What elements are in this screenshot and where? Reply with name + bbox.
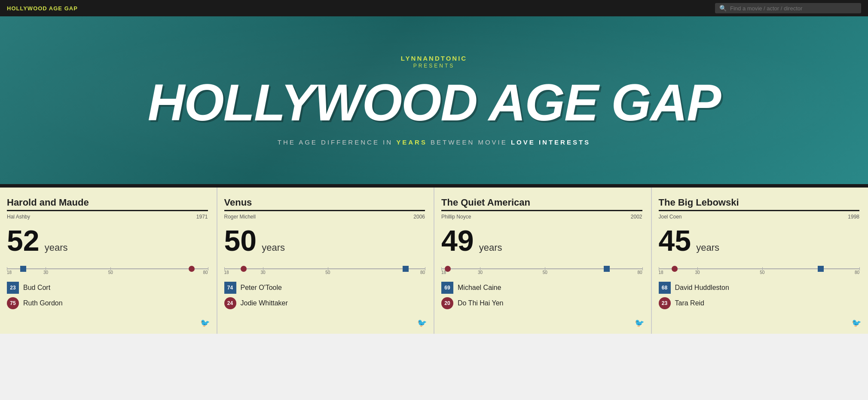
- actor1-row: 69 Michael Caine: [441, 282, 642, 294]
- timeline-label-80: 80: [203, 270, 208, 275]
- actor2-row: 24 Jodie Whittaker: [224, 297, 425, 309]
- tick-80: [425, 267, 425, 271]
- card-years-label: years: [259, 242, 285, 253]
- card-meta: Roger Michell 2006: [224, 214, 425, 220]
- timeline-label-30: 30: [43, 270, 48, 275]
- timeline: 18 30 50 80: [224, 263, 425, 275]
- card-year: 2002: [631, 214, 642, 220]
- actor2-row: 20 Do Thi Hai Yen: [441, 297, 642, 309]
- section-divider: [0, 184, 868, 188]
- card-year: 2006: [413, 214, 425, 220]
- card-year: 1998: [848, 214, 859, 220]
- subtitle-love: LOVE INTERESTS: [511, 138, 590, 146]
- timeline-label-30: 30: [260, 270, 265, 275]
- movie-card: The Quiet American Phillip Noyce 2002 49…: [434, 188, 652, 334]
- actor1-row: 68 David Huddleston: [659, 282, 860, 294]
- twitter-icon[interactable]: 🐦: [635, 318, 644, 328]
- card-year: 1971: [196, 214, 208, 220]
- timeline: 18 30 50 80: [7, 263, 208, 275]
- timeline-track: [441, 268, 642, 269]
- card-meta: Hal Ashby 1971: [7, 214, 208, 220]
- card-years-big: 45: [659, 224, 691, 257]
- actor2-badge: 75: [7, 297, 19, 309]
- actor2-name: Do Thi Hai Yen: [458, 299, 503, 307]
- card-meta: Joel Coen 1998: [659, 214, 860, 220]
- actor1-name: Peter O'Toole: [241, 284, 282, 292]
- actor1-name: David Huddleston: [675, 284, 729, 292]
- card-years-row: 50 years: [224, 226, 425, 255]
- actor1-name: Michael Caine: [458, 284, 501, 292]
- actor2-name: Tara Reid: [675, 299, 704, 307]
- card-director: Phillip Noyce: [441, 214, 471, 220]
- subtitle-years: YEARS: [396, 138, 431, 146]
- actor1-badge: 68: [659, 282, 671, 294]
- timeline-label-18: 18: [441, 270, 446, 275]
- timeline-labels: 18 30 50 80: [659, 270, 860, 275]
- card-years-row: 49 years: [441, 226, 642, 255]
- actor1-row: 74 Peter O'Toole: [224, 282, 425, 294]
- twitter-icon[interactable]: 🐦: [852, 318, 861, 328]
- actor2-name: Jodie Whittaker: [241, 299, 288, 307]
- hero-subtitle: THE AGE DIFFERENCE IN YEARS BETWEEN MOVI…: [278, 138, 590, 146]
- movie-card: Harold and Maude Hal Ashby 1971 52 years…: [0, 188, 217, 334]
- card-divider: [659, 210, 860, 211]
- timeline-label-18: 18: [224, 270, 229, 275]
- timeline-labels: 18 30 50 80: [441, 270, 642, 275]
- card-director: Roger Michell: [224, 214, 256, 220]
- navbar: HOLLYWOOD AGE GAP 🔍: [0, 0, 868, 16]
- card-years-label: years: [694, 242, 719, 253]
- card-title: The Quiet American: [441, 197, 642, 208]
- card-meta: Phillip Noyce 2002: [441, 214, 642, 220]
- search-input[interactable]: [730, 5, 857, 12]
- subtitle-mid: BETWEEN MOVIE: [431, 138, 511, 146]
- card-title: Venus: [224, 197, 425, 208]
- timeline-label-50: 50: [760, 270, 764, 275]
- hero-presenter: LYNNANDTONIC: [401, 55, 467, 62]
- timeline-label-18: 18: [7, 270, 12, 275]
- card-divider: [441, 210, 642, 211]
- navbar-title: HOLLYWOOD AGE GAP: [7, 5, 78, 12]
- actor1-badge: 74: [224, 282, 236, 294]
- actor2-badge: 24: [224, 297, 236, 309]
- timeline-label-50: 50: [325, 270, 330, 275]
- twitter-icon[interactable]: 🐦: [200, 318, 210, 328]
- actor1-badge: 23: [7, 282, 19, 294]
- timeline-label-80: 80: [637, 270, 642, 275]
- card-divider: [224, 210, 425, 211]
- timeline-labels: 18 30 50 80: [7, 270, 208, 275]
- timeline-label-50: 50: [108, 270, 113, 275]
- actor2-name: Ruth Gordon: [23, 299, 63, 307]
- timeline-label-80: 80: [855, 270, 859, 275]
- subtitle-pre: THE AGE DIFFERENCE IN: [278, 138, 396, 146]
- card-years-big: 52: [7, 224, 40, 257]
- timeline-labels: 18 30 50 80: [224, 270, 425, 275]
- card-years-label: years: [477, 242, 502, 253]
- timeline-label-30: 30: [695, 270, 700, 275]
- timeline: 18 30 50 80: [659, 263, 860, 275]
- hero-section: LYNNANDTONIC PRESENTS HOLLYWOOD AGE GAP …: [0, 16, 868, 184]
- search-icon: 🔍: [719, 5, 727, 12]
- actor1-badge: 69: [441, 282, 453, 294]
- twitter-icon[interactable]: 🐦: [417, 318, 427, 328]
- search-bar[interactable]: 🔍: [715, 3, 861, 13]
- timeline-track: [224, 268, 425, 269]
- actor1-row: 23 Bud Cort: [7, 282, 208, 294]
- card-years-row: 52 years: [7, 226, 208, 255]
- card-divider: [7, 210, 208, 211]
- card-title: The Big Lebowski: [659, 197, 860, 208]
- movie-card: The Big Lebowski Joel Coen 1998 45 years…: [652, 188, 868, 334]
- cards-container: Harold and Maude Hal Ashby 1971 52 years…: [0, 188, 868, 334]
- card-years-label: years: [42, 242, 68, 253]
- card-years-big: 49: [441, 224, 474, 257]
- timeline-label-80: 80: [420, 270, 425, 275]
- actor2-badge: 20: [441, 297, 453, 309]
- timeline: 18 30 50 80: [441, 263, 642, 275]
- card-director: Joel Coen: [659, 214, 682, 220]
- actor2-row: 75 Ruth Gordon: [7, 297, 208, 309]
- actor2-badge: 23: [659, 297, 671, 309]
- timeline-label-18: 18: [659, 270, 663, 275]
- timeline-track: [7, 268, 208, 269]
- hero-presents: PRESENTS: [413, 63, 455, 69]
- tick-80: [859, 267, 860, 271]
- movie-card: Venus Roger Michell 2006 50 years 18 30 …: [217, 188, 435, 334]
